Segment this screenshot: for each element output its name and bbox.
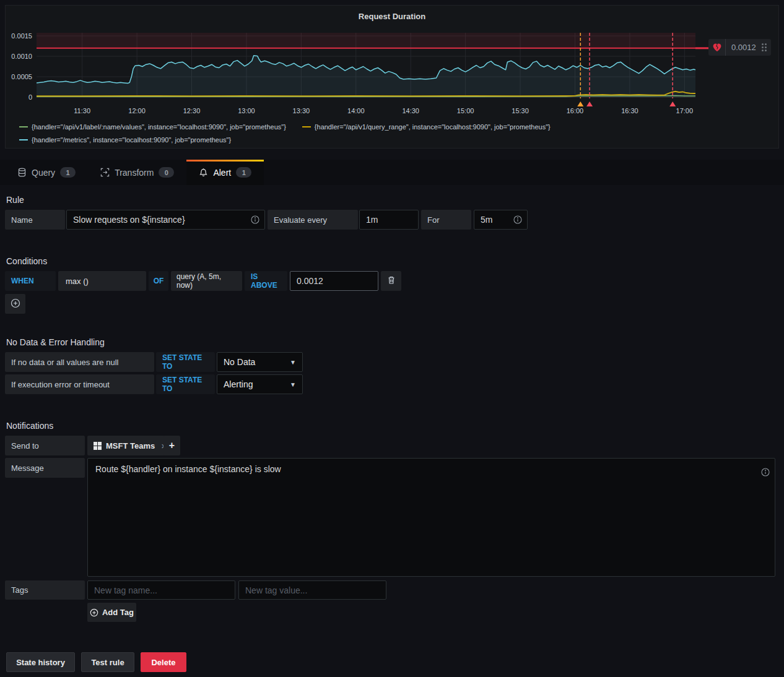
graph-panel: Request Duration 11:3012:0012:3013:0013:… [5,5,779,149]
svg-text:0.0015: 0.0015 [11,32,32,40]
add-tag-label: Add Tag [102,608,134,617]
plus-icon: + [169,440,175,451]
svg-text:13:00: 13:00 [238,107,255,114]
no-data-heading: No Data & Error Handling [6,337,105,347]
message-field: Route ${handler} on instance ${instance}… [87,458,775,577]
svg-text:0.0010: 0.0010 [11,53,32,60]
test-rule-button[interactable]: Test rule [81,652,134,672]
message-label: Message [5,458,85,478]
send-to-label: Send to [5,436,85,455]
svg-text:12:30: 12:30 [183,107,201,114]
bell-icon [199,168,208,177]
evaluate-every-label: Evaluate every [268,210,358,230]
trash-icon [387,275,396,287]
legend-color-dash [302,126,311,127]
tags-label: Tags [5,580,85,600]
tab-query[interactable]: Query 1 [5,160,88,185]
conditions-heading: Conditions [6,256,47,266]
tab-query-count-badge: 1 [60,167,76,178]
chevron-down-icon: ▼ [290,381,296,388]
add-condition-button[interactable] [5,294,25,314]
legend-label: {handler="/api/v1/query_range", instance… [315,123,551,131]
tab-label: Alert [213,168,231,178]
chart-legend: {handler="/api/v1/label/:name/values", i… [19,122,772,144]
tab-label: Query [32,168,55,178]
info-circle-icon[interactable] [761,468,770,476]
exec-error-state-select[interactable]: Alerting ▼ [217,374,303,394]
for-label: For [421,210,471,230]
no-data-row-label: If no data or all values are null [5,352,154,372]
svg-text:14:00: 14:00 [347,107,365,114]
condition-query-dropdown[interactable]: query (A, 5m, now) [171,271,242,291]
tab-alert[interactable]: Alert 1 [186,160,264,185]
chevron-down-icon: ▼ [290,359,296,366]
panel-editor-tabbar: Query 1 Transform 0 Alert 1 [0,160,784,185]
delete-rule-button[interactable]: Delete [141,652,186,672]
threshold-value: 0.0012 [726,43,762,52]
tag-value-input[interactable] [238,580,386,600]
svg-text:17:00: 17:00 [676,107,694,114]
heart-break-icon [708,39,726,56]
drag-dots-icon [762,43,767,52]
svg-text:16:30: 16:30 [621,107,638,114]
legend-label: {handler="/api/v1/label/:name/values", i… [32,123,286,131]
rule-name-field [66,210,265,230]
legend-item[interactable]: {handler="/api/v1/query_range", instance… [302,122,551,131]
rule-name-input[interactable] [66,210,265,230]
tab-alert-count-badge: 1 [236,167,251,178]
svg-text:12:00: 12:00 [128,107,146,114]
state-history-button[interactable]: State history [6,652,75,672]
delete-condition-button[interactable] [381,271,401,291]
add-channel-button[interactable]: + [163,436,180,455]
tab-label: Transform [115,168,154,178]
evaluate-every-input[interactable] [359,210,419,230]
condition-of-keyword: OF [149,271,168,291]
tab-transform[interactable]: Transform 0 [88,160,186,185]
for-field [474,210,528,230]
info-circle-icon[interactable] [251,215,259,224]
svg-text:13:30: 13:30 [293,107,310,114]
legend-label: {handler="/metrics", instance="localhost… [32,136,231,144]
svg-text:14:30: 14:30 [402,107,419,114]
plus-circle-icon [90,608,98,617]
condition-operator[interactable]: IS ABOVE [245,271,287,291]
message-textarea[interactable]: Route ${handler} on instance ${instance}… [87,458,775,577]
rule-heading: Rule [6,195,24,205]
msft-teams-icon [94,442,102,450]
threshold-handle[interactable]: 0.0012 [708,39,771,56]
notification-channel-chip[interactable]: MSFT Teams × [87,436,173,455]
svg-text:16:00: 16:00 [567,107,584,114]
condition-when-keyword: WHEN [5,271,56,291]
transform-icon [100,168,110,177]
no-data-state-select[interactable]: No Data ▼ [217,352,303,372]
select-value: Alerting [224,379,253,389]
legend-item[interactable]: {handler="/api/v1/label/:name/values", i… [19,122,286,131]
rule-name-label: Name [5,210,65,230]
legend-color-dash [19,126,28,127]
notifications-heading: Notifications [6,421,53,431]
set-state-to-keyword: SET STATE TO [156,352,215,372]
legend-color-dash [19,139,28,140]
tab-transform-count-badge: 0 [159,167,174,178]
add-tag-button[interactable]: Add Tag [87,603,136,622]
svg-text:11:30: 11:30 [74,107,90,114]
database-icon [17,168,27,177]
svg-text:15:00: 15:00 [457,107,474,114]
condition-threshold-input[interactable] [290,271,378,291]
info-circle-icon[interactable] [513,215,522,224]
svg-text:0: 0 [28,93,32,101]
plus-circle-icon [11,298,20,310]
svg-text:0.0005: 0.0005 [11,73,32,80]
exec-error-row-label: If execution error or timeout [5,374,154,394]
legend-item[interactable]: {handler="/metrics", instance="localhost… [19,135,231,144]
condition-aggregation-dropdown[interactable]: max () [58,271,146,291]
select-value: No Data [224,357,255,367]
svg-text:15:30: 15:30 [512,107,529,114]
tag-name-input[interactable] [87,580,235,600]
set-state-to-keyword: SET STATE TO [156,374,215,394]
channel-name: MSFT Teams [106,441,155,451]
